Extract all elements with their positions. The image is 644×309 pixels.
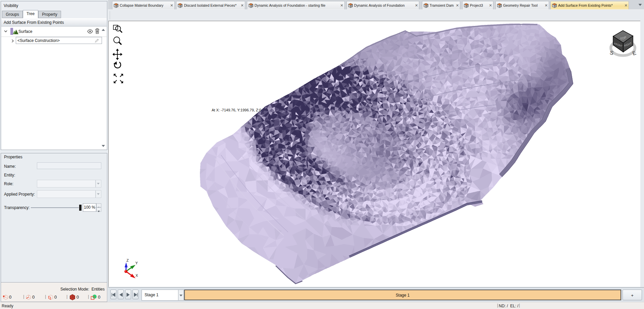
svg-text:S: S [609, 50, 614, 56]
svg-text:E: E [632, 50, 637, 56]
svg-text:X: X [136, 273, 138, 277]
svg-text:Z: Z [126, 258, 129, 262]
svg-text:Y: Y [136, 261, 138, 265]
